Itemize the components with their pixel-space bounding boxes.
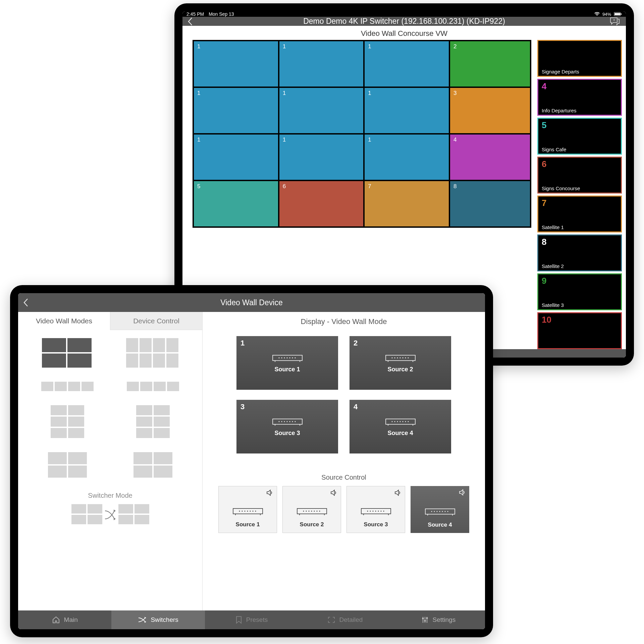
- vw-cell[interactable]: 1: [364, 87, 449, 134]
- svg-point-85: [442, 511, 443, 512]
- feed-item[interactable]: 8 Satellite 2: [537, 234, 622, 271]
- layout-options: Switcher Mode: [18, 330, 202, 610]
- home-icon: [52, 616, 60, 624]
- vw-cell[interactable]: 8: [449, 180, 531, 227]
- device-icon: [297, 506, 327, 515]
- feed-item[interactable]: 7 Satellite 1: [537, 196, 622, 232]
- bottom-nav: Main Switchers Presets Detailed Settings: [18, 610, 485, 629]
- tab-videowall-modes[interactable]: Video Wall Modes: [18, 312, 110, 330]
- feed-item[interactable]: 9 Satellite 3: [537, 273, 622, 310]
- switcher-mode-button[interactable]: [25, 504, 196, 526]
- vw-cell[interactable]: 7: [364, 180, 449, 227]
- feed-name: Info Departures: [542, 108, 618, 113]
- feed-number: 4: [542, 82, 618, 91]
- layout-4x2[interactable]: [126, 338, 178, 369]
- source-control-item[interactable]: Source 4: [411, 486, 469, 533]
- device-icon: [425, 507, 455, 516]
- svg-rect-1: [614, 13, 620, 15]
- layout-2x3s[interactable]: [51, 405, 84, 439]
- layout-2x2[interactable]: [42, 338, 92, 369]
- nav-detailed[interactable]: Detailed: [298, 610, 391, 629]
- vw-cell[interactable]: 1: [364, 134, 449, 180]
- source-control-title: Source Control: [216, 474, 472, 481]
- vw-cell[interactable]: 4: [449, 134, 531, 180]
- svg-point-91: [422, 618, 424, 620]
- layout-4x1[interactable]: [41, 382, 94, 392]
- expand-icon: [327, 616, 335, 624]
- source-control-label: Source 1: [236, 521, 260, 528]
- bookmark-icon: [235, 616, 242, 624]
- layout-4x1-b[interactable]: [127, 382, 179, 392]
- source-tile[interactable]: 3 Source 3: [236, 400, 338, 453]
- source-tile[interactable]: 1 Source 1: [236, 336, 338, 390]
- svg-point-46: [405, 421, 406, 422]
- feed-item[interactable]: 10: [537, 312, 622, 349]
- svg-point-21: [391, 357, 392, 358]
- svg-point-26: [405, 357, 406, 358]
- svg-point-36: [292, 421, 293, 422]
- tablet-front: Video Wall Device Video Wall Modes Devic…: [10, 285, 493, 637]
- svg-point-83: [436, 511, 437, 512]
- nav-switchers[interactable]: Switchers: [111, 610, 205, 629]
- vw-cell[interactable]: 1: [364, 41, 449, 87]
- tab-device-control[interactable]: Device Control: [110, 312, 202, 330]
- svg-point-54: [247, 511, 248, 512]
- svg-point-25: [402, 357, 403, 358]
- vw-cell[interactable]: 1: [193, 134, 279, 180]
- nav-main[interactable]: Main: [18, 610, 111, 629]
- layout-2x3s-b[interactable]: [136, 405, 170, 439]
- back-button[interactable]: [23, 298, 29, 307]
- svg-text:+: +: [613, 18, 615, 22]
- page-title: Demo Demo 4K IP Switcher (192.168.100.23…: [303, 17, 505, 26]
- svg-point-14: [286, 357, 287, 358]
- speaker-icon: [330, 489, 337, 496]
- svg-point-22: [394, 357, 395, 358]
- layout-quad[interactable]: [133, 452, 172, 479]
- source-control-label: Source 3: [364, 521, 388, 528]
- source-control-item[interactable]: Source 2: [282, 486, 341, 533]
- vw-cell[interactable]: 1: [193, 87, 279, 134]
- sliders-icon: [421, 616, 429, 624]
- source-tile[interactable]: 4 Source 4: [350, 400, 451, 453]
- svg-point-55: [250, 511, 251, 512]
- chat-icon[interactable]: +: [609, 17, 620, 26]
- feed-number: 5: [542, 121, 618, 129]
- svg-point-82: [434, 511, 435, 512]
- feed-number: 7: [542, 199, 618, 207]
- videowall-grid: 1112111311145678: [193, 40, 531, 228]
- right-panel: Display - Video Wall Mode 1 Source 12 So…: [203, 312, 485, 610]
- vw-cell[interactable]: 6: [279, 180, 364, 227]
- nav-presets[interactable]: Presets: [205, 610, 298, 629]
- source-control-item[interactable]: Source 1: [218, 486, 277, 533]
- source-tile[interactable]: 2 Source 2: [350, 336, 451, 390]
- svg-point-72: [370, 511, 371, 512]
- header-bar: Video Wall Device: [18, 293, 485, 312]
- svg-point-63: [308, 511, 309, 512]
- svg-point-34: [286, 421, 287, 422]
- vw-cell[interactable]: 1: [279, 87, 364, 134]
- feed-item[interactable]: 5 Signs Cafe: [537, 118, 622, 155]
- nav-settings[interactable]: Settings: [392, 610, 485, 629]
- source-control-label: Source 2: [300, 521, 324, 528]
- vw-cell[interactable]: 3: [449, 87, 531, 134]
- svg-point-76: [380, 511, 381, 512]
- feed-item[interactable]: 6 Signs Concourse: [537, 157, 622, 194]
- layout-2x2s[interactable]: [48, 452, 87, 479]
- feed-name: Satellite 3: [542, 302, 618, 308]
- source-label: Source 2: [387, 366, 413, 373]
- source-control-item[interactable]: Source 3: [346, 486, 405, 533]
- vw-cell[interactable]: 2: [449, 41, 531, 87]
- feed-item[interactable]: 4 Info Departures: [537, 79, 622, 116]
- feed-name: Satellite 1: [542, 224, 618, 230]
- feed-item[interactable]: Signage Departs: [537, 40, 622, 77]
- vw-cell[interactable]: 1: [279, 41, 364, 87]
- feed-list: Signage Departs4 Info Departures5 Signs …: [537, 40, 622, 349]
- svg-point-17: [294, 357, 296, 358]
- vw-cell[interactable]: 5: [193, 180, 279, 227]
- battery-icon: [614, 12, 622, 16]
- vw-cell[interactable]: 1: [279, 134, 364, 180]
- back-button[interactable]: [187, 17, 193, 26]
- svg-point-74: [375, 511, 376, 512]
- vw-cell[interactable]: 1: [193, 41, 279, 87]
- feed-name: Satellite 2: [542, 263, 618, 269]
